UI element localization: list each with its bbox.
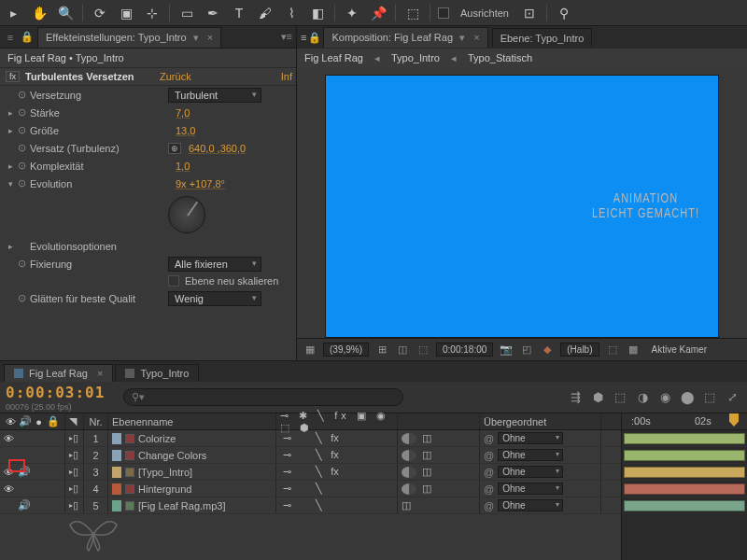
panel-lock-icon[interactable]: 🔒 <box>21 31 34 43</box>
current-timecode[interactable]: 0:00:03:01 <box>6 384 105 401</box>
snap-checkbox[interactable] <box>438 7 449 19</box>
brush-tool-icon[interactable]: 🖌 <box>256 4 275 22</box>
panel-options-icon[interactable]: ▾≡ <box>281 31 292 43</box>
audio-toggle[interactable]: 🔊 <box>17 466 31 478</box>
layer-bar[interactable] <box>624 467 745 478</box>
stopwatch-icon[interactable]: ⊙ <box>15 124 28 136</box>
versetzung-dropdown[interactable]: Turbulent <box>168 88 261 103</box>
stamp-tool-icon[interactable]: ⌇ <box>282 4 301 22</box>
blend-mode-icon[interactable] <box>402 450 416 461</box>
expand-icon[interactable]: ⤢ <box>723 388 741 407</box>
motion-blur-icon[interactable]: ◉ <box>655 388 674 407</box>
collapse-switch[interactable] <box>296 449 310 461</box>
evolution-dial[interactable] <box>168 196 205 233</box>
shy-toggle[interactable]: ▯ <box>73 449 78 461</box>
collapse-switch[interactable] <box>296 483 310 495</box>
track-row[interactable] <box>622 464 747 481</box>
shy-switch[interactable]: ⊸ <box>280 483 294 495</box>
stopwatch-icon[interactable]: ⊙ <box>15 258 28 270</box>
eraser-tool-icon[interactable]: ◧ <box>308 4 327 22</box>
breadcrumb-item[interactable]: Typo_Intro <box>391 52 440 64</box>
label-color[interactable] <box>112 450 121 461</box>
pickwhip-icon[interactable]: @ <box>484 450 494 461</box>
search-icon[interactable]: ⚲ <box>555 4 573 22</box>
res-icon[interactable]: ⊞ <box>374 343 389 356</box>
track-matte-dropdown[interactable]: ◫ <box>422 483 433 495</box>
parent-dropdown[interactable]: Ohne <box>498 449 563 461</box>
puppet-tool-icon[interactable]: 📌 <box>369 4 388 22</box>
layer-name-text[interactable]: Change Colors <box>138 450 206 461</box>
fx-switch[interactable]: fx <box>328 449 342 461</box>
blend-mode-icon[interactable] <box>402 433 416 444</box>
fx-switch[interactable] <box>328 499 342 511</box>
shy-switch[interactable]: ⊸ <box>280 466 294 478</box>
quality-switch[interactable]: ╲ <box>312 449 326 461</box>
quality-switch[interactable]: ╲ <box>312 432 326 444</box>
audio-toggle[interactable]: 🔊 <box>17 499 31 511</box>
transparency-icon[interactable]: ▩ <box>626 343 641 356</box>
camera-dropdown[interactable]: Aktive Kamer <box>646 343 712 356</box>
track-matte-dropdown[interactable]: ◫ <box>402 499 413 511</box>
stopwatch-icon[interactable]: ⊙ <box>15 292 28 304</box>
quality-switch[interactable]: ╲ <box>312 499 326 511</box>
hand-tool-icon[interactable]: ✋ <box>30 4 49 22</box>
pickwhip-icon[interactable]: @ <box>484 500 494 511</box>
shy-toggle[interactable]: ▯ <box>73 466 78 478</box>
zoom-tool-icon[interactable]: 🔍 <box>56 4 75 22</box>
axis-tool-icon[interactable]: ⬚ <box>403 4 422 22</box>
label-color[interactable] <box>112 483 121 495</box>
tab-dropdown-icon[interactable]: ▾ <box>193 32 199 43</box>
mask-icon[interactable]: ⬚ <box>416 343 430 356</box>
layer-row[interactable]: 👁▸ ▯4Hintergrund⊸╲◫@Ohne <box>0 481 621 497</box>
parent-dropdown[interactable]: Ohne <box>498 432 563 444</box>
collapse-switch[interactable] <box>296 466 310 478</box>
breadcrumb-item[interactable]: Fig Leaf Rag <box>304 52 363 64</box>
composition-tab[interactable]: Komposition: Fig Leaf Rag ▾ × <box>323 27 487 48</box>
panel-menu-icon[interactable]: ≡ <box>301 32 306 43</box>
layer-bar[interactable] <box>624 450 745 461</box>
twirl-icon[interactable]: ▸ <box>6 242 15 251</box>
layer-row[interactable]: 👁▸ ▯1Colorize⊸╲fx◫@Ohne <box>0 430 621 447</box>
stopwatch-icon[interactable]: ⊙ <box>15 89 28 101</box>
quality-switch[interactable]: ╲ <box>312 483 326 495</box>
track-matte-dropdown[interactable]: ◫ <box>422 432 433 444</box>
camera-tool-icon[interactable]: ▣ <box>117 4 135 22</box>
snapshot-icon[interactable]: 📷 <box>499 343 514 356</box>
shy-switch[interactable]: ⊸ <box>280 449 294 461</box>
track-row[interactable] <box>622 430 747 447</box>
evolution-value[interactable]: 9x +107,8° <box>168 178 225 189</box>
frame-blend-icon[interactable]: ◑ <box>633 388 652 407</box>
layer-row[interactable]: 🔊▸ ▯5[Fig Leaf Rag.mp3]⊸╲◫@Ohne <box>0 497 621 514</box>
layer-bar[interactable] <box>624 483 745 495</box>
panel-lock-icon[interactable]: 🔒 <box>308 32 321 44</box>
point-picker-icon[interactable]: ⊕ <box>168 143 181 154</box>
visibility-toggle[interactable]: 👁 <box>2 467 16 478</box>
track-row[interactable] <box>622 447 747 464</box>
selection-tool-icon[interactable]: ▸ <box>4 4 22 22</box>
fx-switch[interactable]: fx <box>328 432 342 444</box>
fx-badge-icon[interactable]: fx <box>6 71 20 82</box>
shy-toggle[interactable]: ▯ <box>73 432 78 444</box>
comp-mini-flowchart-icon[interactable]: ⇶ <box>566 388 585 407</box>
effect-controls-tab[interactable]: Effekteinstellungen: Typo_Intro ▾ × <box>37 27 221 48</box>
color-icon[interactable]: ◆ <box>540 343 555 356</box>
draft3d-icon[interactable]: ⬢ <box>588 388 607 407</box>
label-color[interactable] <box>112 433 121 444</box>
track-matte-dropdown[interactable]: ◫ <box>422 466 433 478</box>
effect-name[interactable]: Turbulentes Versetzen <box>23 71 154 82</box>
stopwatch-icon[interactable]: ⊙ <box>15 106 28 119</box>
pen-tool-icon[interactable]: ✒ <box>204 4 222 22</box>
shy-toggle[interactable]: ▯ <box>73 499 78 511</box>
shy-toggle[interactable]: ▯ <box>73 483 78 495</box>
layer-name-text[interactable]: Colorize <box>138 433 176 444</box>
3d-icon[interactable]: ⬚ <box>605 343 620 356</box>
groesse-value[interactable]: 13,0 <box>168 125 195 136</box>
breadcrumb-item[interactable]: Typo_Statisch <box>468 52 532 64</box>
shy-icon[interactable]: ⬚ <box>611 388 629 407</box>
panel-menu-icon[interactable]: ≡ <box>4 32 17 43</box>
pickwhip-icon[interactable]: @ <box>484 483 494 495</box>
rotate-tool-icon[interactable]: ⟳ <box>91 4 109 22</box>
channel-icon[interactable]: ◫ <box>395 343 410 356</box>
time-ruler[interactable]: :00s 02s <box>622 413 747 430</box>
layer-name-text[interactable]: Hintergrund <box>138 483 191 495</box>
